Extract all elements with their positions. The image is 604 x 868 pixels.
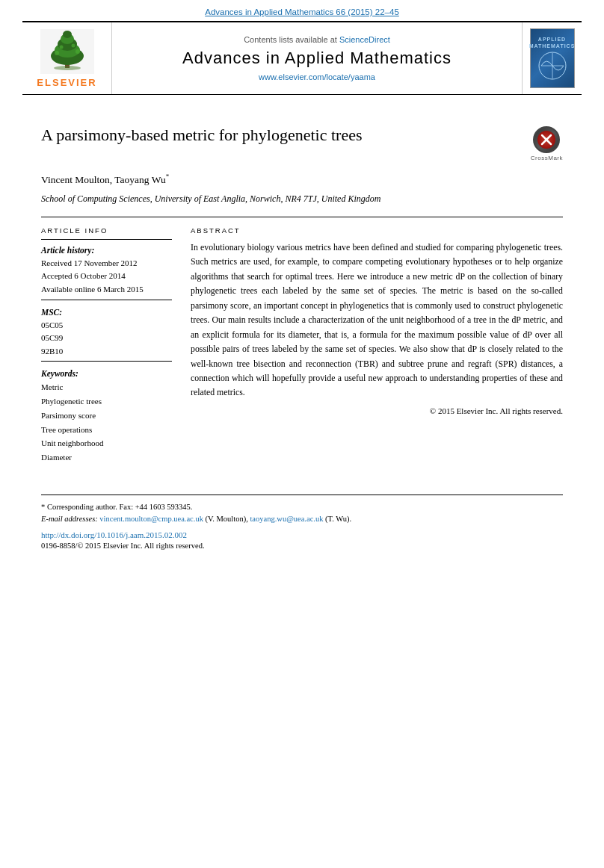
email1-author: (V. Moulton), [206,515,248,523]
svg-point-11 [71,43,75,47]
abstract-text: In evolutionary biology various metrics … [191,241,563,400]
page: Advances in Applied Mathematics 66 (2015… [0,0,604,868]
article-info-column: ARTICLE INFO Article history: Received 1… [41,226,172,465]
available-date: Available online 6 March 2015 [41,283,172,297]
doi-line[interactable]: http://dx.doi.org/10.1016/j.aam.2015.02.… [41,530,563,539]
received-date: Received 17 November 2012 [41,257,172,270]
affiliation: School of Computing Sciences, University… [41,192,563,205]
elsevier-label: ELSEVIER [37,77,96,88]
crossmark-circle [533,126,560,153]
keywords-label: Keywords: [41,369,172,378]
author1: Vincent Moulton, [41,174,114,185]
svg-point-8 [55,51,59,55]
email-label: E-mail addresses: [41,515,99,523]
journal-title-section: Contents lists available at ScienceDirec… [112,22,522,94]
article-title: A parsimony-based metric for phylogeneti… [41,125,520,146]
accepted-date: Accepted 6 October 2014 [41,270,172,283]
msc-separator [41,300,172,300]
keywords-separator [41,361,172,362]
footnote-emails: E-mail addresses: vincent.moulton@cmp.ue… [41,513,563,526]
journal-cover-image: APPLIED MATHEMATICS [530,28,575,88]
elsevier-banner: ELSEVIER Contents lists available at Sci… [22,21,582,95]
two-column-layout: ARTICLE INFO Article history: Received 1… [41,226,563,465]
msc-code-3: 92B10 [41,345,172,359]
article-info-separator [41,239,172,240]
author-asterisk: * [166,173,170,180]
abstract-column: ABSTRACT In evolutionary biology various… [191,226,563,465]
journal-header-link-text[interactable]: Advances in Applied Mathematics 66 (2015… [205,7,399,16]
msc-label: MSC: [41,308,172,317]
separator [41,217,563,217]
history-label: Article history: [41,246,172,255]
issn-line: 0196-8858/© 2015 Elsevier Inc. All right… [41,542,563,550]
email2-author: (T. Wu). [325,515,351,523]
journal-main-title: Advances in Applied Mathematics [182,49,452,68]
author2: Taoyang Wu [114,174,165,185]
journal-website[interactable]: www.elsevier.com/locate/yaama [259,72,375,81]
keyword-3: Parsimony score [41,409,172,423]
keyword-4: Tree operations [41,423,172,437]
keywords-list: Metric Phylogenetic trees Parsimony scor… [41,380,172,464]
keyword-6: Diameter [41,450,172,465]
svg-point-2 [54,66,81,70]
main-content: A parsimony-based metric for phylogeneti… [0,95,604,480]
copyright: © 2015 Elsevier Inc. All rights reserved… [191,406,563,415]
elsevier-logo-section: ELSEVIER [22,22,112,94]
abstract-label: ABSTRACT [191,226,563,235]
journal-header[interactable]: Advances in Applied Mathematics 66 (2015… [0,0,604,21]
email2-link[interactable]: taoyang.wu@uea.ac.uk [250,515,323,523]
keywords-section: Keywords: Metric Phylogenetic trees Pars… [41,369,172,464]
article-info-section-label: ARTICLE INFO [41,226,172,235]
sciencedirect-line: Contents lists available at ScienceDirec… [244,35,390,44]
svg-point-7 [63,31,72,38]
keyword-5: Unit neighborhood [41,436,172,450]
journal-cover-section: APPLIED MATHEMATICS [522,22,582,94]
footnote-asterisk: * Corresponding author. Fax: +44 1603 59… [41,501,563,514]
authors-line: Vincent Moulton, Taoyang Wu* [41,173,563,186]
email1-link[interactable]: vincent.moulton@cmp.uea.ac.uk [99,515,203,523]
crossmark-label: CrossMark [531,155,563,162]
msc-section: MSC: 05C05 05C99 92B10 [41,308,172,359]
msc-code-2: 05C99 [41,332,172,345]
crossmark-inner [537,131,555,149]
article-title-row: A parsimony-based metric for phylogeneti… [41,125,563,162]
sciencedirect-link[interactable]: ScienceDirect [339,35,390,44]
elsevier-tree-icon [40,29,94,74]
keyword-2: Phylogenetic trees [41,394,172,409]
footer-section: * Corresponding author. Fax: +44 1603 59… [41,495,563,551]
svg-point-10 [59,45,63,49]
svg-point-9 [76,49,80,54]
crossmark-badge[interactable]: CrossMark [531,126,563,162]
keyword-1: Metric [41,380,172,394]
msc-code-1: 05C05 [41,319,172,332]
